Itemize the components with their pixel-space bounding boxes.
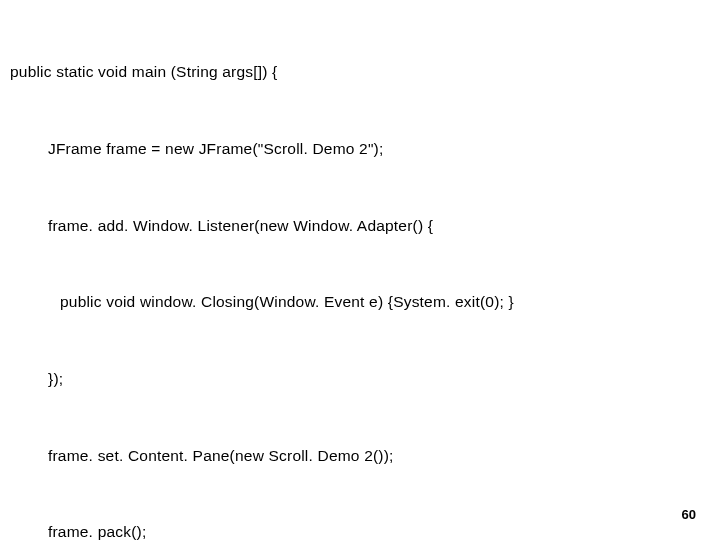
page-number: 60 [682, 507, 696, 522]
code-line: frame. pack(); [10, 519, 710, 540]
code-line: frame. set. Content. Pane(new Scroll. De… [10, 443, 710, 469]
code-line: }); [10, 366, 710, 392]
code-line: JFrame frame = new JFrame("Scroll. Demo … [10, 136, 710, 162]
code-line: public static void main (String args[]) … [10, 59, 710, 85]
code-line: public void window. Closing(Window. Even… [10, 289, 710, 315]
code-line: frame. add. Window. Listener(new Window.… [10, 213, 710, 239]
code-block: public static void main (String args[]) … [10, 8, 710, 540]
